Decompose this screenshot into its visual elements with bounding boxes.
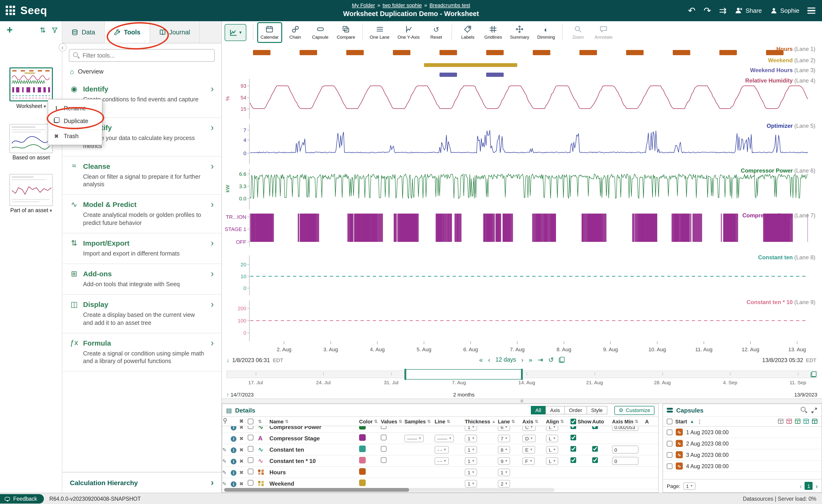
sort-worksheets-icon[interactable]: ⇅	[40, 26, 46, 34]
capsule-bar[interactable]	[719, 50, 737, 55]
column-header-lane[interactable]: Lane⇅	[498, 418, 522, 424]
info-icon[interactable]: i	[231, 426, 237, 430]
current-page-button[interactable]: 1	[805, 482, 813, 490]
column-header-samples[interactable]: Samples⇅	[404, 418, 435, 424]
color-swatch[interactable]	[359, 446, 366, 452]
context-menu-duplicate[interactable]: Duplicate	[48, 115, 102, 127]
auto-checkbox[interactable]	[592, 446, 598, 452]
remove-icon[interactable]: ✖	[239, 469, 244, 475]
stage-bar[interactable]	[261, 214, 263, 242]
capsule-bar[interactable]	[673, 50, 690, 55]
redo-all-icon[interactable]: ⇉	[719, 6, 727, 15]
details-select-all-checkbox[interactable]	[248, 418, 254, 424]
lane-select[interactable]: 1▾	[498, 468, 510, 476]
capsule-bar[interactable]	[253, 50, 270, 55]
show-all-checkbox[interactable]	[570, 418, 576, 424]
capsule-bar[interactable]	[393, 50, 410, 55]
share-button[interactable]: Share	[735, 7, 762, 15]
signal-line-relative-humidity[interactable]	[250, 86, 808, 109]
page-select[interactable]: 1▾	[683, 482, 696, 490]
view-button-order[interactable]: Order	[564, 406, 587, 414]
toolbar-button-one-lane[interactable]: One Lane	[366, 22, 393, 43]
capsule-bar[interactable]	[300, 50, 317, 55]
stage-bar[interactable]	[544, 214, 547, 242]
align-select[interactable]: L▾	[546, 434, 558, 442]
user-menu[interactable]: Sophie	[770, 7, 799, 14]
stage-bar[interactable]	[725, 214, 734, 242]
auto-checkbox[interactable]	[592, 426, 598, 429]
values-checkbox[interactable]	[381, 446, 386, 452]
view-button-all[interactable]: All	[531, 406, 546, 414]
lane-select[interactable]: 9▾	[498, 457, 510, 465]
toolbar-button-calendar[interactable]: Calendar	[257, 22, 282, 43]
row-select-checkbox[interactable]	[248, 426, 254, 429]
thickness-select[interactable]: 1▾	[465, 426, 477, 431]
toolbar-button-labels[interactable]: Labels	[456, 22, 480, 43]
capsule-row[interactable]: ∿3 Aug 2023 08:00	[663, 449, 822, 461]
align-select[interactable]: L▾	[546, 457, 558, 465]
stage-bar[interactable]	[357, 214, 361, 242]
toolbar-button-dimming[interactable]: ◐Dimming	[534, 22, 558, 43]
stage-bar[interactable]	[361, 214, 371, 242]
hamburger-menu-icon[interactable]	[807, 7, 815, 14]
values-checkbox[interactable]	[381, 435, 386, 440]
capsule-checkbox[interactable]	[667, 452, 673, 458]
stage-bar[interactable]	[782, 214, 790, 242]
row-select-checkbox[interactable]	[248, 469, 254, 474]
stage-bar[interactable]	[350, 214, 353, 242]
stage-bar[interactable]	[255, 214, 260, 242]
stage-bar[interactable]	[808, 214, 808, 242]
details-row-compressor-stage[interactable]: i✖ACompressor Stage——▾——▾1▾7▾D▾L▾	[222, 433, 658, 444]
stage-bar[interactable]	[539, 214, 540, 242]
stage-bar[interactable]	[646, 214, 648, 242]
stage-bar[interactable]	[372, 214, 374, 242]
row-select-checkbox[interactable]	[248, 446, 254, 452]
values-checkbox[interactable]	[381, 457, 386, 463]
stage-bar[interactable]	[721, 214, 722, 242]
undo-icon[interactable]: ↶	[688, 6, 696, 15]
capsules-expand-icon[interactable]	[811, 407, 818, 414]
capsule-table-view-icon-5[interactable]	[812, 418, 818, 425]
capsule-checkbox[interactable]	[667, 441, 673, 446]
stage-bar[interactable]	[264, 214, 274, 242]
axis-select[interactable]: D▾	[522, 434, 535, 442]
stage-bar[interactable]	[779, 214, 782, 242]
lane-select[interactable]: 6▾	[498, 426, 510, 431]
capsules-select-all-checkbox[interactable]	[667, 419, 673, 424]
signal-line-compressor-power[interactable]	[250, 174, 807, 198]
stage-bar[interactable]	[683, 214, 685, 242]
stage-bar[interactable]	[310, 214, 312, 242]
seeq-logo[interactable]: Seeq	[20, 4, 47, 17]
tool-item-import-export[interactable]: ⇅Import/Export›Import and export in diff…	[62, 233, 221, 264]
redo-icon[interactable]: ↷	[704, 6, 711, 15]
tab-data[interactable]: Data	[62, 21, 104, 43]
filter-worksheets-icon[interactable]	[51, 27, 58, 33]
color-swatch[interactable]	[359, 468, 366, 475]
view-selector-button[interactable]: ▾	[225, 24, 246, 41]
column-header-auto[interactable]: Auto	[592, 418, 612, 424]
axis-min-input[interactable]: 0	[612, 446, 639, 454]
thickness-select[interactable]: 1▾	[465, 434, 477, 442]
edit-icon[interactable]: ✎	[222, 481, 227, 486]
stage-bar[interactable]	[306, 214, 309, 242]
toolbar-button-compare[interactable]: Compare	[333, 22, 358, 43]
stage-bar[interactable]	[587, 214, 589, 242]
stage-bar[interactable]	[408, 214, 411, 242]
samples-select[interactable]: ——▾	[404, 434, 424, 442]
details-row-weekend[interactable]: ✎i✖Weekend1▾2▾	[222, 478, 658, 489]
collapse-panel-button[interactable]: ‹	[58, 43, 66, 51]
stage-bar[interactable]	[652, 214, 655, 242]
datasources-link[interactable]: Datasources	[743, 496, 773, 501]
toolbar-button-zoom[interactable]: Zoom	[566, 22, 590, 43]
filter-tools-input[interactable]	[69, 49, 215, 62]
values-checkbox[interactable]	[381, 426, 386, 429]
capsule-row[interactable]: ∿2 Aug 2023 08:00	[663, 438, 822, 449]
remove-icon[interactable]: ✖	[239, 458, 244, 464]
stage-bar[interactable]	[681, 214, 682, 242]
line-style-select[interactable]: - -▾	[435, 457, 449, 465]
context-menu-rename[interactable]: I Rename	[48, 102, 102, 115]
step-to-end-button[interactable]: ⇥	[537, 356, 543, 363]
prev-page-button[interactable]: ‹	[800, 482, 802, 490]
details-row-hours[interactable]: ✎i✖Hours1▾1▾	[222, 467, 658, 478]
range-duration[interactable]: 12 days	[495, 356, 516, 363]
